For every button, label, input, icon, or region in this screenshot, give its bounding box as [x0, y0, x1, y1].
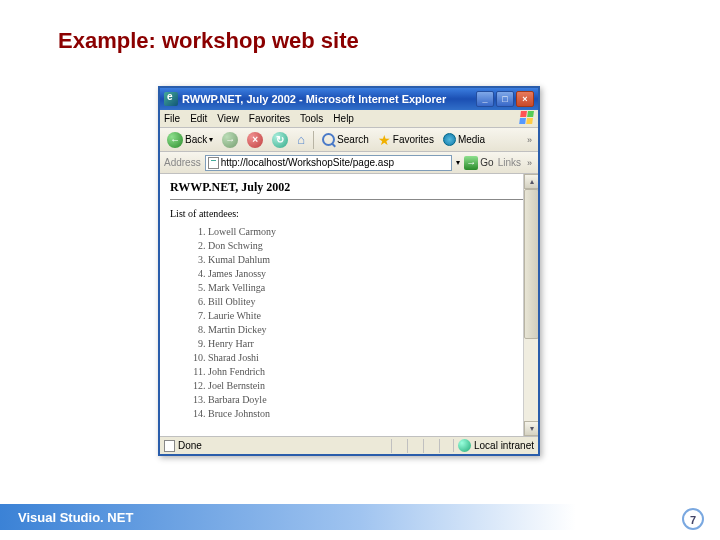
favorites-label: Favorites [393, 134, 434, 145]
scroll-down-button[interactable]: ▾ [524, 421, 538, 436]
slide-title: Example: workshop web site [58, 28, 359, 54]
vertical-scrollbar[interactable]: ▴ ▾ [523, 174, 538, 436]
address-label: Address [164, 157, 201, 168]
media-label: Media [458, 134, 485, 145]
list-item: Henry Harr [208, 337, 528, 351]
star-icon: ★ [378, 133, 391, 147]
list-item: James Janossy [208, 267, 528, 281]
search-label: Search [337, 134, 369, 145]
scroll-up-button[interactable]: ▴ [524, 174, 538, 189]
list-item: Bruce Johnston [208, 407, 528, 421]
footer-text: Visual Studio. NET [18, 510, 133, 525]
maximize-button[interactable]: □ [496, 91, 514, 107]
links-label[interactable]: Links [498, 157, 521, 168]
home-button[interactable]: ⌂ [294, 131, 308, 148]
list-item: Sharad Joshi [208, 351, 528, 365]
page-number: 7 [682, 508, 704, 530]
media-icon [443, 133, 456, 146]
search-icon [322, 133, 335, 146]
minimize-button[interactable]: _ [476, 91, 494, 107]
page-content: RWWP.NET, July 2002 List of attendees: L… [160, 174, 538, 436]
slide-footer: Visual Studio. NET 7 [0, 504, 720, 530]
attendee-list: Lowell Carmony Don Schwing Kumal Dahlum … [208, 225, 528, 421]
done-icon [164, 440, 175, 452]
list-item: Barbara Doyle [208, 393, 528, 407]
stop-icon: × [247, 132, 263, 148]
statusbar: Done Local intranet [160, 436, 538, 454]
back-icon: ← [167, 132, 183, 148]
windows-logo-icon [519, 111, 535, 125]
back-button[interactable]: ← Back ▾ [164, 131, 216, 149]
forward-button[interactable]: → [219, 131, 241, 149]
browser-window: RWWP.NET, July 2002 - Microsoft Internet… [158, 86, 540, 456]
menu-view[interactable]: View [217, 113, 239, 124]
forward-icon: → [222, 132, 238, 148]
list-item: Bill Oblitey [208, 295, 528, 309]
menu-favorites[interactable]: Favorites [249, 113, 290, 124]
list-item: Joel Bernstein [208, 379, 528, 393]
address-dropdown-icon[interactable]: ▾ [456, 158, 460, 167]
list-item: Martin Dickey [208, 323, 528, 337]
list-label: List of attendees: [170, 208, 528, 219]
close-button[interactable]: × [516, 91, 534, 107]
go-label: Go [480, 157, 493, 168]
home-icon: ⌂ [297, 132, 305, 147]
refresh-icon: ↻ [272, 132, 288, 148]
menu-edit[interactable]: Edit [190, 113, 207, 124]
addressbar-overflow-icon[interactable]: » [527, 158, 532, 168]
scrollbar-thumb[interactable] [524, 189, 538, 339]
list-item: Lowell Carmony [208, 225, 528, 239]
window-controls: _ □ × [476, 91, 534, 107]
status-text: Done [178, 440, 202, 451]
media-button[interactable]: Media [440, 132, 488, 147]
url-text: http://localhost/WorkshopSite/page.asp [221, 157, 394, 168]
toolbar: ← Back ▾ → × ↻ ⌂ Search ★ Favorites Medi… [160, 128, 538, 152]
chevron-down-icon: ▾ [209, 135, 213, 144]
toolbar-overflow-icon[interactable]: » [527, 135, 532, 145]
go-icon: → [464, 156, 478, 170]
address-input[interactable]: http://localhost/WorkshopSite/page.asp [205, 155, 453, 171]
ie-icon [164, 92, 178, 106]
window-title: RWWP.NET, July 2002 - Microsoft Internet… [182, 93, 476, 105]
separator [313, 131, 314, 149]
menu-help[interactable]: Help [333, 113, 354, 124]
page-heading: RWWP.NET, July 2002 [170, 180, 528, 195]
zone-icon [458, 439, 471, 452]
back-label: Back [185, 134, 207, 145]
list-item: Don Schwing [208, 239, 528, 253]
list-item: Laurie White [208, 309, 528, 323]
refresh-button[interactable]: ↻ [269, 131, 291, 149]
stop-button[interactable]: × [244, 131, 266, 149]
addressbar: Address http://localhost/WorkshopSite/pa… [160, 152, 538, 174]
list-item: Mark Vellinga [208, 281, 528, 295]
horizontal-rule [170, 199, 528, 200]
titlebar[interactable]: RWWP.NET, July 2002 - Microsoft Internet… [160, 88, 538, 110]
list-item: John Fendrich [208, 365, 528, 379]
zone-text: Local intranet [474, 440, 534, 451]
menubar: File Edit View Favorites Tools Help [160, 110, 538, 128]
page-icon [208, 157, 219, 169]
list-item: Kumal Dahlum [208, 253, 528, 267]
favorites-button[interactable]: ★ Favorites [375, 132, 437, 148]
menu-file[interactable]: File [164, 113, 180, 124]
search-button[interactable]: Search [319, 132, 372, 147]
go-button[interactable]: → Go [464, 156, 493, 170]
status-cells [391, 439, 453, 453]
menu-tools[interactable]: Tools [300, 113, 323, 124]
